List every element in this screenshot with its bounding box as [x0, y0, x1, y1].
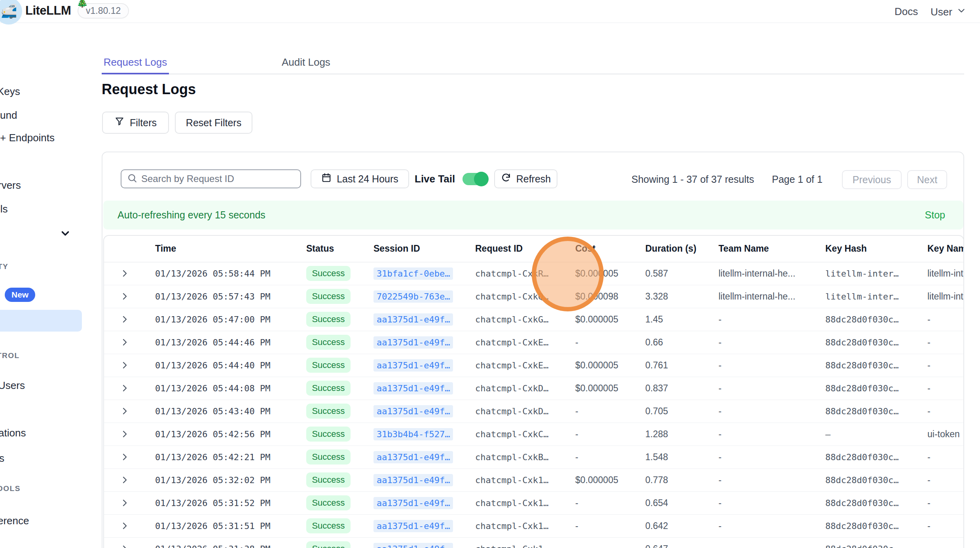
session-id-link[interactable]: aa1375d1-e49f…: [373, 336, 453, 349]
session-id-link[interactable]: aa1375d1-e49f…: [373, 543, 453, 548]
table-row[interactable]: 01/13/2026 05:44:08 PM Success aa1375d1-…: [104, 377, 964, 400]
next-page-button[interactable]: Next: [907, 170, 947, 189]
table-row[interactable]: 01/13/2026 05:44:46 PM Success aa1375d1-…: [104, 331, 964, 354]
session-id-link[interactable]: aa1375d1-e49f…: [373, 497, 453, 509]
status-cell: Success: [306, 491, 373, 514]
table-row[interactable]: 01/13/2026 05:47:00 PM Success aa1375d1-…: [104, 308, 964, 331]
cost-cell: $0.000005: [575, 377, 645, 400]
session-id-cell: aa1375d1-e49f…: [373, 514, 475, 537]
table-row[interactable]: 01/13/2026 05:32:02 PM Success aa1375d1-…: [104, 468, 964, 491]
team-name-cell: -: [718, 514, 825, 537]
duration-cell: 0.647: [645, 537, 718, 548]
session-id-cell: 31bfa1cf-0ebe…: [373, 262, 475, 285]
chevron-right-icon[interactable]: [120, 338, 155, 347]
status-cell: Success: [306, 262, 373, 285]
chevron-right-icon[interactable]: [120, 475, 155, 485]
time-range-button[interactable]: Last 24 Hours: [311, 169, 409, 188]
tab-request-logs[interactable]: Request Logs: [102, 51, 169, 74]
table-row[interactable]: 01/13/2026 05:44:40 PM Success aa1375d1-…: [104, 354, 964, 377]
search-icon: [127, 173, 137, 185]
sidebar-item-users[interactable]: Users: [0, 379, 25, 392]
sidebar-item-guardrails[interactable]: ils: [0, 203, 8, 215]
session-id-link[interactable]: aa1375d1-e49f…: [373, 313, 453, 326]
row-expander-cell: [104, 446, 155, 468]
col-status: Status: [306, 236, 373, 262]
chevron-right-icon[interactable]: [120, 429, 155, 439]
chevron-down-icon: [956, 6, 967, 19]
session-id-link[interactable]: 31bfa1cf-0ebe…: [373, 267, 453, 280]
tab-audit-logs[interactable]: Audit Logs: [282, 51, 330, 74]
team-name-cell: -: [718, 446, 825, 468]
user-menu[interactable]: User: [931, 6, 967, 19]
col-time: Time: [155, 236, 306, 262]
row-expander-cell: [104, 285, 155, 308]
chevron-right-icon[interactable]: [120, 383, 155, 393]
logs-card: Last 24 Hours Live Tail Refresh Showing …: [102, 152, 964, 548]
chevron-right-icon[interactable]: [120, 544, 155, 548]
request-id-cell: chatcmpl-CxkQ…: [475, 285, 575, 308]
request-id-cell: chatcmpl-CxkG…: [475, 308, 575, 331]
live-tail-toggle[interactable]: [463, 173, 487, 185]
sidebar-item-keys[interactable]: Keys: [0, 85, 20, 98]
table-row[interactable]: 01/13/2026 05:31:51 PM Success aa1375d1-…: [104, 514, 964, 537]
col-duration: Duration (s): [645, 236, 718, 262]
row-expander-cell: [104, 423, 155, 446]
status-badge: Success: [306, 495, 351, 510]
session-id-cell: aa1375d1-e49f…: [373, 308, 475, 331]
chevron-right-icon[interactable]: [120, 406, 155, 416]
sidebar-item-logs-selected[interactable]: [0, 310, 82, 332]
sidebar-item-playground[interactable]: und: [0, 109, 17, 121]
reset-filters-button[interactable]: Reset Filters: [175, 112, 252, 134]
time-cell: 01/13/2026 05:31:51 PM: [155, 514, 306, 537]
session-id-link[interactable]: aa1375d1-e49f…: [373, 451, 453, 463]
cost-cell: -: [575, 491, 645, 514]
session-id-link[interactable]: aa1375d1-e49f…: [373, 520, 453, 532]
sidebar-item-models-endpoints[interactable]: + Endpoints: [0, 132, 55, 144]
auto-refresh-banner: Auto-refreshing every 15 seconds Stop: [103, 201, 963, 229]
chevron-right-icon[interactable]: [120, 498, 155, 508]
chevron-right-icon[interactable]: [120, 360, 155, 370]
docs-link[interactable]: Docs: [895, 6, 918, 18]
table-row[interactable]: 01/13/2026 05:31:38 PM Success aa1375d1-…: [104, 537, 964, 548]
refresh-button-label: Refresh: [516, 173, 551, 185]
refresh-button[interactable]: Refresh: [494, 169, 557, 188]
chevron-right-icon[interactable]: [120, 269, 155, 278]
session-id-link[interactable]: aa1375d1-e49f…: [373, 359, 453, 372]
chevron-right-icon[interactable]: [120, 521, 155, 531]
key-hash-cell: 88dc28d0f030c…: [825, 354, 927, 377]
search-input[interactable]: [141, 173, 295, 184]
chevron-right-icon[interactable]: [120, 315, 155, 324]
table-row[interactable]: 01/13/2026 05:42:21 PM Success aa1375d1-…: [104, 446, 964, 468]
cost-cell: -: [575, 331, 645, 354]
row-expander-cell: [104, 331, 155, 354]
team-name-cell: -: [718, 354, 825, 377]
table-row[interactable]: 01/13/2026 05:42:56 PM Success 31b3b4b4-…: [104, 423, 964, 446]
session-id-cell: 31b3b4b4-f527…: [373, 423, 475, 446]
request-id-cell: chatcmpl-Cxk1…: [475, 491, 575, 514]
table-row[interactable]: 01/13/2026 05:31:52 PM Success aa1375d1-…: [104, 491, 964, 514]
sidebar-item-servers[interactable]: rvers: [0, 179, 21, 192]
chevron-right-icon[interactable]: [120, 292, 155, 301]
session-id-link[interactable]: 31b3b4b4-f527…: [373, 428, 453, 440]
sidebar-item-api-reference[interactable]: erence: [0, 515, 29, 527]
sidebar-expand-chevron-icon[interactable]: [59, 228, 71, 241]
chevron-right-icon[interactable]: [120, 452, 155, 462]
key-name-cell: -: [927, 354, 964, 377]
previous-page-button[interactable]: Previous: [842, 170, 902, 189]
sidebar-section-observability: TY: [0, 262, 8, 271]
cost-cell: -: [575, 537, 645, 548]
table-row[interactable]: 01/13/2026 05:43:40 PM Success aa1375d1-…: [104, 400, 964, 423]
filters-button[interactable]: Filters: [102, 112, 169, 134]
session-id-link[interactable]: aa1375d1-e49f…: [373, 474, 453, 486]
session-id-link[interactable]: 7022549b-763e…: [373, 290, 453, 303]
session-id-link[interactable]: aa1375d1-e49f…: [373, 405, 453, 417]
stop-auto-refresh-link[interactable]: Stop: [925, 209, 945, 221]
sidebar-item-organizations[interactable]: ations: [0, 427, 26, 439]
status-badge: Success: [306, 404, 351, 419]
table-row[interactable]: 01/13/2026 05:57:43 PM Success 7022549b-…: [104, 285, 964, 308]
table-header-row: Time Status Session ID Request ID Cost D…: [104, 236, 964, 262]
session-id-link[interactable]: aa1375d1-e49f…: [373, 382, 453, 394]
sidebar-item-teams[interactable]: s: [0, 452, 4, 465]
key-hash-cell: 88dc28d0f030c…: [825, 377, 927, 400]
table-row[interactable]: 01/13/2026 05:58:44 PM Success 31bfa1cf-…: [104, 262, 964, 285]
